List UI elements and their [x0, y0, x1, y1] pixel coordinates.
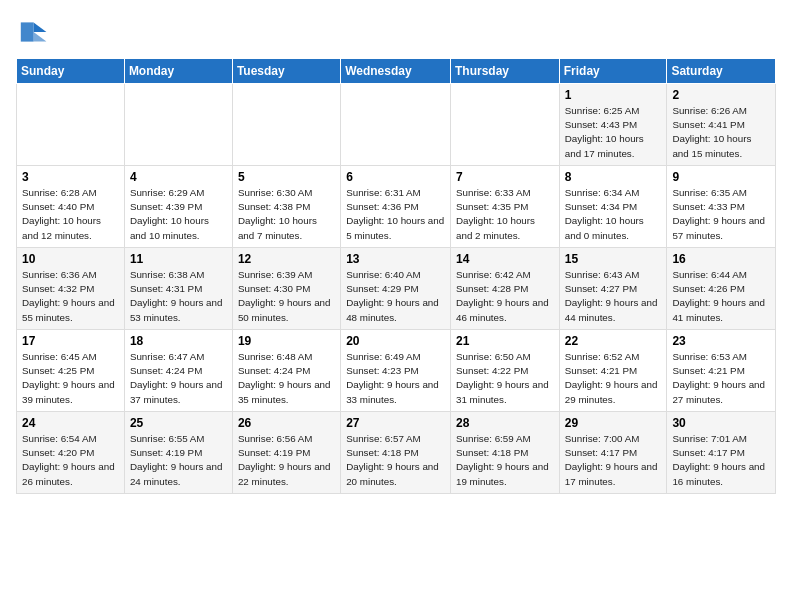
weekday-header-tuesday: Tuesday	[232, 59, 340, 84]
calendar-cell: 23Sunrise: 6:53 AM Sunset: 4:21 PM Dayli…	[667, 330, 776, 412]
calendar-cell: 24Sunrise: 6:54 AM Sunset: 4:20 PM Dayli…	[17, 412, 125, 494]
calendar-cell	[232, 84, 340, 166]
day-number: 8	[565, 170, 662, 184]
day-number: 13	[346, 252, 445, 266]
calendar-cell	[451, 84, 560, 166]
weekday-header-monday: Monday	[124, 59, 232, 84]
calendar-cell: 9Sunrise: 6:35 AM Sunset: 4:33 PM Daylig…	[667, 166, 776, 248]
day-number: 6	[346, 170, 445, 184]
calendar-cell: 21Sunrise: 6:50 AM Sunset: 4:22 PM Dayli…	[451, 330, 560, 412]
day-number: 9	[672, 170, 770, 184]
calendar-cell: 7Sunrise: 6:33 AM Sunset: 4:35 PM Daylig…	[451, 166, 560, 248]
day-number: 26	[238, 416, 335, 430]
calendar-cell: 17Sunrise: 6:45 AM Sunset: 4:25 PM Dayli…	[17, 330, 125, 412]
calendar-cell: 1Sunrise: 6:25 AM Sunset: 4:43 PM Daylig…	[559, 84, 667, 166]
calendar-cell: 20Sunrise: 6:49 AM Sunset: 4:23 PM Dayli…	[341, 330, 451, 412]
day-info: Sunrise: 6:53 AM Sunset: 4:21 PM Dayligh…	[672, 350, 770, 407]
day-info: Sunrise: 6:43 AM Sunset: 4:27 PM Dayligh…	[565, 268, 662, 325]
calendar-cell: 30Sunrise: 7:01 AM Sunset: 4:17 PM Dayli…	[667, 412, 776, 494]
calendar-cell: 11Sunrise: 6:38 AM Sunset: 4:31 PM Dayli…	[124, 248, 232, 330]
weekday-header-saturday: Saturday	[667, 59, 776, 84]
day-info: Sunrise: 6:55 AM Sunset: 4:19 PM Dayligh…	[130, 432, 227, 489]
day-info: Sunrise: 6:38 AM Sunset: 4:31 PM Dayligh…	[130, 268, 227, 325]
day-number: 27	[346, 416, 445, 430]
svg-rect-2	[21, 22, 34, 41]
day-number: 24	[22, 416, 119, 430]
calendar-cell: 15Sunrise: 6:43 AM Sunset: 4:27 PM Dayli…	[559, 248, 667, 330]
calendar-cell: 28Sunrise: 6:59 AM Sunset: 4:18 PM Dayli…	[451, 412, 560, 494]
weekday-header-sunday: Sunday	[17, 59, 125, 84]
calendar-cell: 29Sunrise: 7:00 AM Sunset: 4:17 PM Dayli…	[559, 412, 667, 494]
day-info: Sunrise: 6:25 AM Sunset: 4:43 PM Dayligh…	[565, 104, 662, 161]
calendar-table: SundayMondayTuesdayWednesdayThursdayFrid…	[16, 58, 776, 494]
day-info: Sunrise: 6:31 AM Sunset: 4:36 PM Dayligh…	[346, 186, 445, 243]
day-number: 5	[238, 170, 335, 184]
day-number: 18	[130, 334, 227, 348]
day-number: 25	[130, 416, 227, 430]
day-number: 1	[565, 88, 662, 102]
day-number: 21	[456, 334, 554, 348]
day-info: Sunrise: 6:35 AM Sunset: 4:33 PM Dayligh…	[672, 186, 770, 243]
day-number: 10	[22, 252, 119, 266]
week-row-0: 1Sunrise: 6:25 AM Sunset: 4:43 PM Daylig…	[17, 84, 776, 166]
day-number: 2	[672, 88, 770, 102]
week-row-1: 3Sunrise: 6:28 AM Sunset: 4:40 PM Daylig…	[17, 166, 776, 248]
day-number: 20	[346, 334, 445, 348]
calendar-cell: 6Sunrise: 6:31 AM Sunset: 4:36 PM Daylig…	[341, 166, 451, 248]
calendar-cell: 16Sunrise: 6:44 AM Sunset: 4:26 PM Dayli…	[667, 248, 776, 330]
day-info: Sunrise: 6:42 AM Sunset: 4:28 PM Dayligh…	[456, 268, 554, 325]
calendar-cell: 26Sunrise: 6:56 AM Sunset: 4:19 PM Dayli…	[232, 412, 340, 494]
day-info: Sunrise: 7:01 AM Sunset: 4:17 PM Dayligh…	[672, 432, 770, 489]
calendar-cell: 25Sunrise: 6:55 AM Sunset: 4:19 PM Dayli…	[124, 412, 232, 494]
calendar-cell: 12Sunrise: 6:39 AM Sunset: 4:30 PM Dayli…	[232, 248, 340, 330]
day-info: Sunrise: 6:36 AM Sunset: 4:32 PM Dayligh…	[22, 268, 119, 325]
calendar-cell: 27Sunrise: 6:57 AM Sunset: 4:18 PM Dayli…	[341, 412, 451, 494]
day-number: 15	[565, 252, 662, 266]
day-info: Sunrise: 6:52 AM Sunset: 4:21 PM Dayligh…	[565, 350, 662, 407]
day-number: 14	[456, 252, 554, 266]
day-number: 22	[565, 334, 662, 348]
logo	[16, 16, 52, 48]
weekday-header-thursday: Thursday	[451, 59, 560, 84]
day-info: Sunrise: 6:34 AM Sunset: 4:34 PM Dayligh…	[565, 186, 662, 243]
weekday-header-wednesday: Wednesday	[341, 59, 451, 84]
calendar-cell: 18Sunrise: 6:47 AM Sunset: 4:24 PM Dayli…	[124, 330, 232, 412]
day-info: Sunrise: 6:28 AM Sunset: 4:40 PM Dayligh…	[22, 186, 119, 243]
day-info: Sunrise: 6:47 AM Sunset: 4:24 PM Dayligh…	[130, 350, 227, 407]
calendar-cell: 10Sunrise: 6:36 AM Sunset: 4:32 PM Dayli…	[17, 248, 125, 330]
day-number: 4	[130, 170, 227, 184]
day-number: 28	[456, 416, 554, 430]
calendar-cell	[341, 84, 451, 166]
day-info: Sunrise: 6:48 AM Sunset: 4:24 PM Dayligh…	[238, 350, 335, 407]
day-info: Sunrise: 6:26 AM Sunset: 4:41 PM Dayligh…	[672, 104, 770, 161]
svg-marker-0	[34, 22, 47, 32]
day-info: Sunrise: 6:40 AM Sunset: 4:29 PM Dayligh…	[346, 268, 445, 325]
weekday-header-row: SundayMondayTuesdayWednesdayThursdayFrid…	[17, 59, 776, 84]
day-info: Sunrise: 6:44 AM Sunset: 4:26 PM Dayligh…	[672, 268, 770, 325]
day-number: 12	[238, 252, 335, 266]
day-info: Sunrise: 6:30 AM Sunset: 4:38 PM Dayligh…	[238, 186, 335, 243]
day-number: 17	[22, 334, 119, 348]
calendar-cell: 5Sunrise: 6:30 AM Sunset: 4:38 PM Daylig…	[232, 166, 340, 248]
week-row-2: 10Sunrise: 6:36 AM Sunset: 4:32 PM Dayli…	[17, 248, 776, 330]
week-row-4: 24Sunrise: 6:54 AM Sunset: 4:20 PM Dayli…	[17, 412, 776, 494]
day-number: 7	[456, 170, 554, 184]
calendar-cell: 4Sunrise: 6:29 AM Sunset: 4:39 PM Daylig…	[124, 166, 232, 248]
calendar-cell	[17, 84, 125, 166]
day-info: Sunrise: 6:59 AM Sunset: 4:18 PM Dayligh…	[456, 432, 554, 489]
weekday-header-friday: Friday	[559, 59, 667, 84]
day-info: Sunrise: 7:00 AM Sunset: 4:17 PM Dayligh…	[565, 432, 662, 489]
day-info: Sunrise: 6:54 AM Sunset: 4:20 PM Dayligh…	[22, 432, 119, 489]
calendar-cell: 2Sunrise: 6:26 AM Sunset: 4:41 PM Daylig…	[667, 84, 776, 166]
svg-marker-1	[34, 32, 47, 42]
day-number: 16	[672, 252, 770, 266]
calendar-cell: 3Sunrise: 6:28 AM Sunset: 4:40 PM Daylig…	[17, 166, 125, 248]
calendar-cell	[124, 84, 232, 166]
calendar-cell: 14Sunrise: 6:42 AM Sunset: 4:28 PM Dayli…	[451, 248, 560, 330]
day-number: 29	[565, 416, 662, 430]
calendar-cell: 8Sunrise: 6:34 AM Sunset: 4:34 PM Daylig…	[559, 166, 667, 248]
day-number: 30	[672, 416, 770, 430]
day-number: 11	[130, 252, 227, 266]
calendar-cell: 22Sunrise: 6:52 AM Sunset: 4:21 PM Dayli…	[559, 330, 667, 412]
day-info: Sunrise: 6:57 AM Sunset: 4:18 PM Dayligh…	[346, 432, 445, 489]
